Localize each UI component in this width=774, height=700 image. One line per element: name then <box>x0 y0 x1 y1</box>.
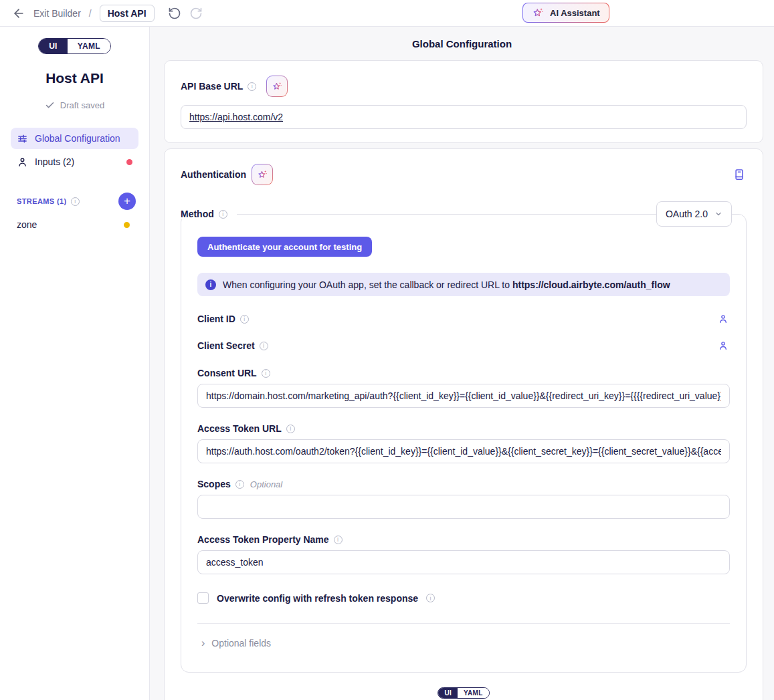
connector-name-field[interactable]: Host API <box>100 5 155 22</box>
toggle-ui[interactable]: UI <box>438 688 458 698</box>
sidebar-item-label: Inputs (2) <box>35 156 74 167</box>
main-panel: Global Configuration API Base URL i <box>150 27 774 700</box>
api-base-url-input[interactable] <box>181 105 747 129</box>
sidebar-stream-zone[interactable]: zone <box>0 216 149 233</box>
user-icon <box>718 314 729 324</box>
chevron-right-icon: › <box>201 638 205 649</box>
ai-assist-chip-button[interactable] <box>266 76 288 97</box>
overwrite-config-checkbox[interactable] <box>197 592 209 604</box>
access-token-url-field: Access Token URL i <box>197 423 730 463</box>
sidebar-nav: Global Configuration Inputs (2) <box>0 128 149 172</box>
page-title: Global Configuration <box>150 27 774 60</box>
optional-tag: Optional <box>250 479 282 489</box>
method-select-value: OAuth 2.0 <box>666 209 708 219</box>
optional-fields-toggle[interactable]: › Optional fields <box>197 624 730 659</box>
api-base-url-info-icon: i <box>248 82 256 91</box>
scopes-label: Scopes <box>197 479 231 489</box>
access-token-url-label: Access Token URL <box>197 423 282 434</box>
sliders-icon <box>17 133 28 144</box>
method-label: Method <box>181 209 214 219</box>
consent-url-info-icon: i <box>262 369 270 378</box>
client-secret-info-icon: i <box>260 342 268 350</box>
authentication-card: Authentication <box>164 148 763 700</box>
access-token-url-input[interactable] <box>197 439 730 463</box>
streams-header-label: STREAMS (1) <box>17 197 67 205</box>
overwrite-config-info-icon: i <box>426 594 435 602</box>
back-button[interactable] <box>11 5 27 21</box>
authenticate-button[interactable]: Authenticate your account for testing <box>197 237 372 257</box>
user-icon <box>718 340 729 351</box>
streams-info-icon: i <box>71 197 80 206</box>
save-status: Draft saved <box>0 100 149 110</box>
token-property-input[interactable] <box>197 550 730 574</box>
client-id-info-icon: i <box>240 315 249 324</box>
user-icon <box>17 156 28 168</box>
docs-button[interactable] <box>732 167 747 182</box>
client-id-secret-button[interactable] <box>716 312 730 326</box>
client-secret-label: Client Secret <box>197 340 255 351</box>
undo-button[interactable] <box>167 5 183 21</box>
optional-fields-label: Optional fields <box>211 638 271 649</box>
sidebar: UI YAML Host API Draft saved Global Conf… <box>0 27 150 700</box>
token-property-label: Access Token Property Name <box>197 534 329 545</box>
ai-assistant-label: AI Assistant <box>550 8 600 18</box>
book-icon <box>733 168 745 181</box>
method-select[interactable]: OAuth 2.0 <box>656 201 732 227</box>
check-icon <box>45 100 55 110</box>
method-info-icon: i <box>219 210 227 219</box>
save-status-label: Draft saved <box>60 100 104 110</box>
token-property-field: Access Token Property Name i <box>197 534 730 574</box>
ai-assistant-button[interactable]: AI Assistant <box>522 3 609 23</box>
client-id-row: Client ID i <box>197 312 730 326</box>
stream-label: zone <box>17 219 37 230</box>
error-status-dot <box>126 159 132 165</box>
redo-button[interactable] <box>188 5 204 21</box>
oauth-group: Authenticate your account for testing i … <box>181 214 747 673</box>
callout-text: When configuring your OAuth app, set the… <box>223 279 670 290</box>
access-token-url-info-icon: i <box>286 425 295 433</box>
sparkle-star-icon <box>272 81 283 92</box>
main-content: API Base URL i Authentication <box>150 60 774 700</box>
info-circle-icon: i <box>205 279 216 290</box>
ai-assist-chip-button[interactable] <box>252 164 273 185</box>
authentication-label: Authentication <box>181 169 246 180</box>
breadcrumb-separator: / <box>89 8 92 19</box>
undo-icon <box>168 7 181 20</box>
api-base-url-label: API Base URL <box>181 81 243 92</box>
add-stream-button[interactable]: + <box>118 193 136 210</box>
scopes-field: Scopes i Optional <box>197 479 730 519</box>
redo-icon <box>189 7 203 20</box>
exit-builder-link[interactable]: Exit Builder <box>33 8 81 19</box>
arrow-left-icon <box>12 7 25 20</box>
scopes-input[interactable] <box>197 495 730 519</box>
topbar: Exit Builder / Host API AI Assistant <box>0 0 774 27</box>
client-id-label: Client ID <box>197 314 235 324</box>
card-view-toggle: UI YAML <box>438 687 489 699</box>
token-property-info-icon: i <box>334 536 343 544</box>
sidebar-item-label: Global Configuration <box>35 133 120 144</box>
consent-url-input[interactable] <box>197 384 730 408</box>
sparkle-star-icon <box>532 7 545 19</box>
toggle-yaml[interactable]: YAML <box>458 688 489 698</box>
warning-status-dot <box>124 222 130 228</box>
connector-title: Host API <box>0 70 149 86</box>
toggle-ui[interactable]: UI <box>39 39 68 53</box>
client-secret-secret-button[interactable] <box>716 339 730 352</box>
chevron-down-icon <box>714 210 722 218</box>
scopes-info-icon: i <box>235 480 244 489</box>
oauth-callout: i When configuring your OAuth app, set t… <box>197 273 730 296</box>
streams-header-row: STREAMS (1) i + <box>0 193 149 210</box>
toggle-yaml[interactable]: YAML <box>68 39 110 53</box>
overwrite-config-row: Overwrite config with refresh token resp… <box>197 592 730 604</box>
api-base-url-card: API Base URL i <box>164 60 763 143</box>
consent-url-field: Consent URL i <box>197 368 730 408</box>
overwrite-config-label: Overwrite config with refresh token resp… <box>217 593 418 604</box>
sparkle-star-icon <box>257 169 268 181</box>
consent-url-label: Consent URL <box>197 368 257 378</box>
sidebar-item-global-configuration[interactable]: Global Configuration <box>11 128 138 149</box>
callout-url: https://cloud.airbyte.com/auth_flow <box>512 279 670 290</box>
sidebar-view-toggle: UI YAML <box>38 38 111 54</box>
client-secret-row: Client Secret i <box>197 339 730 352</box>
sidebar-item-inputs[interactable]: Inputs (2) <box>11 151 138 172</box>
